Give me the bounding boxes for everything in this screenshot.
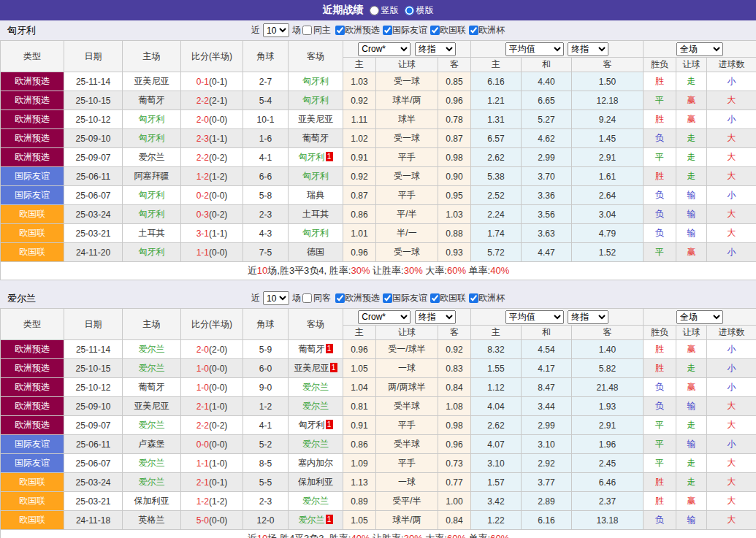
match-date: 25-09-10 xyxy=(64,129,123,148)
odds-home: 0.91 xyxy=(343,148,376,167)
score-cell: 2-2(2-1) xyxy=(181,91,243,110)
col-header-score: 比分(半场) xyxy=(181,41,243,72)
odds-handicap: 平手 xyxy=(376,186,438,205)
vertical-radio-button[interactable] xyxy=(370,6,379,15)
result-goals: 大 xyxy=(707,205,756,224)
match-date: 25-03-24 xyxy=(64,473,123,492)
match-date: 25-11-14 xyxy=(64,340,123,359)
away-team-name: 土耳其 xyxy=(302,209,329,219)
match-date: 25-10-15 xyxy=(64,91,123,110)
subcol-avg-away: 客 xyxy=(572,58,644,72)
average-select[interactable]: 平均值 xyxy=(505,42,564,56)
games-label: 场 xyxy=(292,292,301,304)
away-team-name: 爱尔兰 xyxy=(302,439,329,449)
odds-home: 1.05 xyxy=(343,511,376,530)
home-team-name: 葡萄牙 xyxy=(139,382,165,392)
fulltime-select[interactable]: 全场 xyxy=(676,42,723,56)
bookmaker-select[interactable]: Crow* xyxy=(358,42,411,56)
match-type-badge: 欧洲预选 xyxy=(1,72,64,91)
halftime-score: (2-1) xyxy=(209,96,227,106)
home-team-cell: 葡萄牙 xyxy=(123,91,181,110)
league-checkbox[interactable] xyxy=(469,26,478,35)
summary-text-segment: 大率: xyxy=(423,533,447,538)
avg-home: 5.72 xyxy=(471,243,522,262)
summary-text-segment: 40% xyxy=(490,265,509,276)
away-team-name: 匈牙利 xyxy=(302,171,329,181)
result-outcome: 负 xyxy=(644,397,676,416)
away-team-cell: 爱尔兰 xyxy=(289,378,343,397)
corner-count: 8-5 xyxy=(243,454,289,473)
league-checkbox[interactable] xyxy=(335,26,345,35)
league-filter-group: 欧洲预选国际友谊欧国联欧洲杯 xyxy=(332,292,505,304)
score-cell: 2-2(0-2) xyxy=(181,416,243,435)
bookmaker-stage-select[interactable]: 终指 xyxy=(415,310,456,324)
away-team-cell: 爱尔兰 xyxy=(289,492,343,511)
match-row: 欧洲预选25-10-15爱尔兰1-0(0-0)6-0亚美尼亚11.05一球0.8… xyxy=(1,359,756,378)
home-team-name: 爱尔兰 xyxy=(139,477,165,487)
filter-bar: 爱尔兰 近 10 场 同客 欧洲预选国际友谊欧国联欧洲杯 xyxy=(0,288,756,308)
layout-radio-vertical[interactable]: 竖版 xyxy=(370,4,399,17)
subcol-odds-handicap: 让球 xyxy=(376,326,438,340)
result-goals: 大 xyxy=(707,473,756,492)
odds-home: 0.96 xyxy=(343,243,376,262)
league-checkbox[interactable] xyxy=(383,293,392,303)
summary-text-segment: 近 xyxy=(248,265,257,276)
league-checkbox-label: 欧国联 xyxy=(440,24,466,36)
avg-home: 3.42 xyxy=(471,492,522,511)
home-team-cell: 爱尔兰 xyxy=(123,359,181,378)
league-checkbox-label: 欧国联 xyxy=(440,292,466,304)
avg-away: 1.40 xyxy=(572,340,644,359)
average-stage-select[interactable]: 终指 xyxy=(568,42,608,56)
odds-away: 0.93 xyxy=(438,243,471,262)
halftime-score: (2-0) xyxy=(209,345,227,355)
halftime-score: (1-0) xyxy=(209,458,227,469)
away-team-name: 爱尔兰 xyxy=(302,401,329,411)
home-team-name: 匈牙利 xyxy=(139,247,165,257)
odds-away: 0.92 xyxy=(438,340,471,359)
layout-radio-horizontal[interactable]: 横版 xyxy=(405,4,434,17)
bookmaker-stage-select[interactable]: 终指 xyxy=(415,42,456,56)
match-type-badge: 国际友谊 xyxy=(1,186,64,205)
result-goals: 小 xyxy=(707,340,756,359)
average-stage-select[interactable]: 终指 xyxy=(568,310,608,324)
score-cell: 1-0(0-0) xyxy=(181,359,243,378)
away-team-cell: 爱尔兰 xyxy=(289,435,343,454)
league-checkbox[interactable] xyxy=(335,293,345,303)
match-count-select[interactable]: 10 xyxy=(263,23,289,37)
match-row: 欧国联25-03-21保加利亚1-2(1-2)2-3爱尔兰0.89受平/半1.0… xyxy=(1,492,756,511)
avg-away: 4.79 xyxy=(572,224,644,243)
result-handicap: 输 xyxy=(676,435,707,454)
match-row: 欧洲预选25-10-12葡萄牙1-0(0-0)9-0爱尔兰1.04两/两球半0.… xyxy=(1,378,756,397)
away-team-name: 塞内加尔 xyxy=(298,458,333,468)
result-outcome: 平 xyxy=(644,243,676,262)
league-checkbox[interactable] xyxy=(469,293,478,303)
league-checkbox[interactable] xyxy=(430,26,440,35)
fulltime-select[interactable]: 全场 xyxy=(676,310,723,324)
result-outcome: 负 xyxy=(644,129,676,148)
bookmaker-select[interactable]: Crow* xyxy=(358,310,411,324)
league-checkbox[interactable] xyxy=(430,293,440,303)
avg-home: 2.24 xyxy=(471,205,522,224)
average-odds-group-header: 平均值 终指 xyxy=(471,309,644,326)
avg-draw: 3.44 xyxy=(522,397,572,416)
avg-home: 4.04 xyxy=(471,397,522,416)
match-row: 欧国联24-11-18英格兰5-0(0-0)12-0爱尔兰11.05球半/两0.… xyxy=(1,511,756,530)
odds-away: 0.90 xyxy=(438,167,471,186)
odds-handicap: 受半球 xyxy=(376,435,438,454)
odds-away: 0.96 xyxy=(438,91,471,110)
match-count-select[interactable]: 10 xyxy=(263,291,289,305)
same-venue-checkbox[interactable] xyxy=(302,293,312,303)
result-goals: 大 xyxy=(707,167,756,186)
score-cell: 2-2(0-2) xyxy=(181,148,243,167)
score-cell: 2-1(0-1) xyxy=(181,473,243,492)
home-team-name: 匈牙利 xyxy=(139,114,165,124)
same-venue-label: 同主 xyxy=(313,24,331,36)
average-select[interactable]: 平均值 xyxy=(505,310,564,324)
league-checkbox[interactable] xyxy=(383,26,392,35)
home-team-cell: 爱尔兰 xyxy=(123,340,181,359)
horizontal-radio-button[interactable] xyxy=(405,6,414,15)
avg-home: 5.38 xyxy=(471,167,522,186)
summary-text-segment: 30% xyxy=(404,533,423,538)
red-card-badge: 1 xyxy=(330,363,337,372)
same-venue-checkbox[interactable] xyxy=(302,26,312,35)
